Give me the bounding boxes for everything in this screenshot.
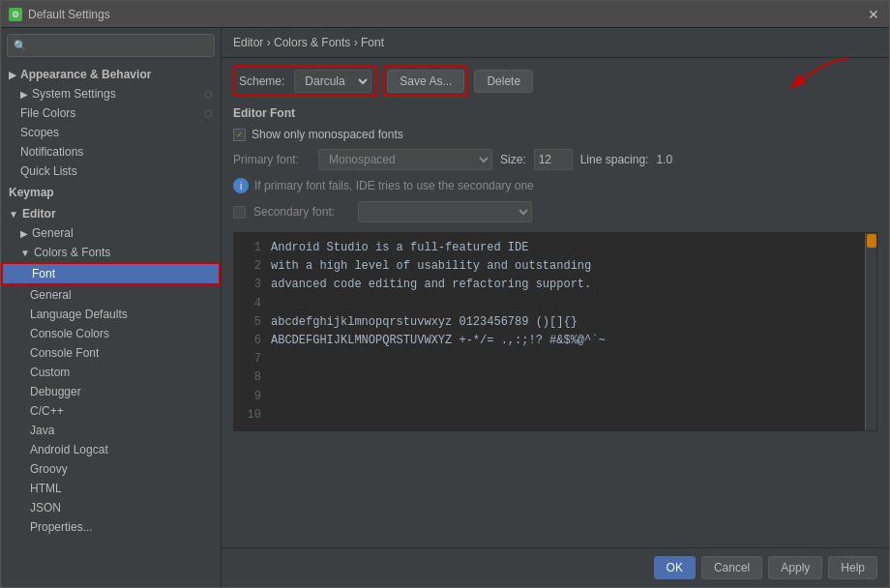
sidebar-item-file-colors[interactable]: File Colors ⬡ [1,103,221,123]
scheme-highlight-box: Scheme: Darcula Default [233,66,377,97]
sidebar-label: System Settings [32,87,116,101]
sidebar-label: Editor [22,207,56,220]
info-text: If primary font fails, IDE tries to use … [254,179,534,192]
sidebar-item-android-logcat[interactable]: Android Logcat [1,440,221,459]
scheme-select[interactable]: Darcula Default [294,70,371,93]
sidebar-item-general2[interactable]: General [1,285,221,305]
line-spacing-value: 1.0 [656,153,672,166]
bottom-bar: OK Cancel Apply Help [222,547,889,587]
settings-window: ⚙ Default Settings ✕ 🔍 ▶ Appearance & Be… [0,0,890,588]
sidebar-item-colors-fonts[interactable]: ▼ Colors & Fonts [1,243,221,262]
primary-font-row: Primary font: Monospaced Size: Line spac… [233,149,877,170]
save-as-button[interactable]: Save As... [387,70,464,93]
search-input[interactable] [31,39,208,52]
arrow-icon: ▶ [20,89,28,100]
sidebar-item-properties[interactable]: Properties... [1,517,221,537]
preview-line: 2 with a high level of usability and out… [242,257,857,276]
primary-font-label: Primary font: [233,153,311,166]
sidebar-label: Notifications [20,145,83,159]
save-as-highlight-box: Save As... [383,66,468,97]
sidebar-item-html[interactable]: HTML [1,479,221,498]
sidebar-label: Appearance & Behavior [20,68,151,81]
panel-content: Scheme: Darcula Default Save As... Delet… [222,58,889,547]
sidebar: 🔍 ▶ Appearance & Behavior ▶ System Setti… [1,28,222,587]
preview-line: 5 abcdefghijklmnopqrstuvwxyz 0123456789 … [242,313,857,332]
line-spacing-label: Line spacing: [580,153,649,166]
line-num: 5 [242,313,261,332]
line-text: Android Studio is a full-featured IDE [271,239,528,257]
secondary-font-select[interactable] [358,201,532,222]
line-num: 6 [242,332,261,350]
scheme-label: Scheme: [239,74,284,88]
preview-line: 6 ABCDEFGHIJKLMNOPQRSTUVWXYZ +-*/= .,:;!… [242,332,857,350]
line-text: abcdefghijklmnopqrstuvwxyz 0123456789 ()… [271,313,578,332]
sidebar-item-quick-lists[interactable]: Quick Lists [1,162,221,181]
sidebar-label: General [30,288,72,302]
main-content: 🔍 ▶ Appearance & Behavior ▶ System Setti… [1,28,889,587]
ok-button[interactable]: OK [654,556,696,579]
line-num: 4 [242,295,261,313]
right-panel: Editor › Colors & Fonts › Font Scheme: D… [222,28,889,587]
sidebar-item-language-defaults[interactable]: Language Defaults [1,305,221,324]
info-row: i If primary font fails, IDE tries to us… [233,178,877,193]
sidebar-label: Debugger [30,385,81,398]
secondary-font-row: Secondary font: [233,201,877,222]
line-num: 9 [242,388,261,406]
sidebar-item-scopes[interactable]: Scopes [1,123,221,142]
window-title: Default Settings [28,8,866,21]
app-icon: ⚙ [9,8,22,21]
size-input[interactable] [534,149,573,170]
sidebar-label: JSON [30,501,61,514]
secondary-checkbox[interactable] [233,206,246,219]
line-num: 3 [242,276,261,294]
arrow-icon: ▶ [9,70,16,80]
scheme-row: Scheme: Darcula Default Save As... Delet… [233,66,877,97]
delete-button[interactable]: Delete [474,70,533,93]
monospaced-checkbox[interactable] [233,129,246,141]
sidebar-item-font[interactable]: Font [1,262,221,285]
appearance-section: ▶ Appearance & Behavior ▶ System Setting… [1,63,221,183]
editor-section: ▼ Editor ▶ General ▼ Colors & Fonts Font [1,202,221,539]
sidebar-label: General [32,226,74,240]
help-button[interactable]: Help [828,556,877,579]
editor-font-title: Editor Font [233,106,877,120]
sidebar-label: Console Font [30,346,99,360]
sidebar-item-cpp[interactable]: C/C++ [1,401,221,421]
secondary-font-label: Secondary font: [253,205,350,219]
breadcrumb: Editor › Colors & Fonts › Font [222,28,889,58]
sidebar-item-notifications[interactable]: Notifications [1,142,221,162]
monospaced-label: Show only monospaced fonts [252,128,403,141]
sidebar-item-system-settings[interactable]: ▶ System Settings ⬡ [1,84,221,103]
sidebar-item-json[interactable]: JSON [1,498,221,517]
preview-line: 7 [242,350,857,368]
sidebar-item-keymap[interactable]: Keymap [1,183,221,202]
sidebar-icon: ⬡ [204,108,213,119]
sidebar-item-java[interactable]: Java [1,421,221,440]
sidebar-item-general[interactable]: ▶ General [1,223,221,243]
size-label: Size: [500,153,526,166]
sidebar-item-console-font[interactable]: Console Font [1,343,221,363]
preview-line: 3 advanced code editing and refactoring … [242,276,857,294]
close-button[interactable]: ✕ [866,7,881,22]
arrow-icon: ▶ [20,228,28,239]
preview-line: 1 Android Studio is a full-featured IDE [242,239,857,257]
cancel-button[interactable]: Cancel [701,556,762,579]
sidebar-label: Android Logcat [30,443,108,456]
sidebar-label: File Colors [20,106,75,120]
apply-button[interactable]: Apply [768,556,822,579]
sidebar-item-debugger[interactable]: Debugger [1,382,221,401]
sidebar-item-editor[interactable]: ▼ Editor [1,204,221,223]
preview-scrollbar[interactable] [865,233,876,430]
preview-lines: 1 Android Studio is a full-featured IDE … [234,233,865,430]
preview-line: 9 [242,388,857,406]
sidebar-item-appearance[interactable]: ▶ Appearance & Behavior [1,65,221,84]
scroll-thumb[interactable] [867,234,876,248]
primary-font-select[interactable]: Monospaced [318,149,492,170]
sidebar-item-console-colors[interactable]: Console Colors [1,324,221,343]
sidebar-label: Groovy [30,462,68,476]
sidebar-label: Java [30,424,54,437]
sidebar-item-custom[interactable]: Custom [1,363,221,382]
preview-line: 4 [242,295,857,313]
sidebar-item-groovy[interactable]: Groovy [1,459,221,479]
search-box[interactable]: 🔍 [7,34,215,57]
